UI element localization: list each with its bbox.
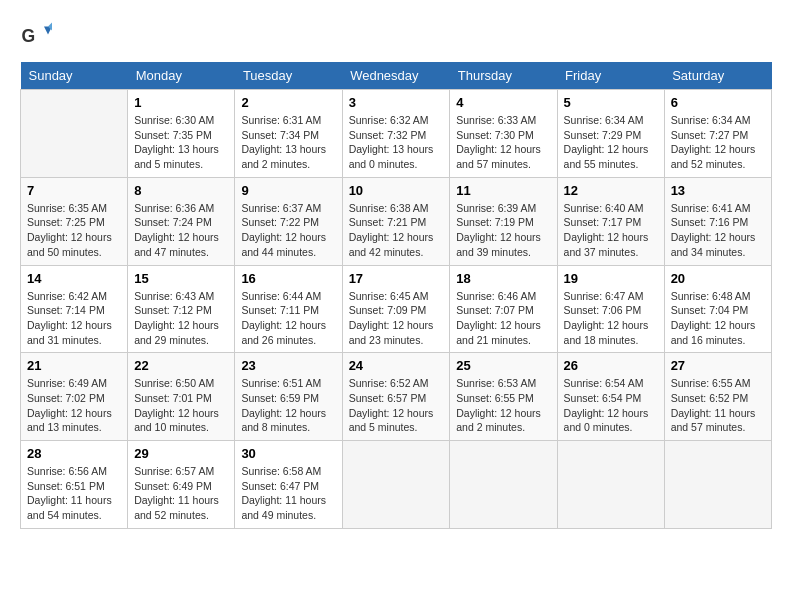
day-info: Sunrise: 6:50 AM Sunset: 7:01 PM Dayligh… bbox=[134, 376, 228, 435]
day-info: Sunrise: 6:58 AM Sunset: 6:47 PM Dayligh… bbox=[241, 464, 335, 523]
day-number: 24 bbox=[349, 358, 444, 373]
calendar-cell: 11Sunrise: 6:39 AM Sunset: 7:19 PM Dayli… bbox=[450, 177, 557, 265]
day-header-sunday: Sunday bbox=[21, 62, 128, 90]
calendar-week-5: 28Sunrise: 6:56 AM Sunset: 6:51 PM Dayli… bbox=[21, 441, 772, 529]
calendar-cell: 12Sunrise: 6:40 AM Sunset: 7:17 PM Dayli… bbox=[557, 177, 664, 265]
day-info: Sunrise: 6:57 AM Sunset: 6:49 PM Dayligh… bbox=[134, 464, 228, 523]
day-info: Sunrise: 6:36 AM Sunset: 7:24 PM Dayligh… bbox=[134, 201, 228, 260]
calendar-week-2: 7Sunrise: 6:35 AM Sunset: 7:25 PM Daylig… bbox=[21, 177, 772, 265]
calendar-cell: 30Sunrise: 6:58 AM Sunset: 6:47 PM Dayli… bbox=[235, 441, 342, 529]
day-number: 17 bbox=[349, 271, 444, 286]
calendar-cell: 15Sunrise: 6:43 AM Sunset: 7:12 PM Dayli… bbox=[128, 265, 235, 353]
day-number: 30 bbox=[241, 446, 335, 461]
calendar-cell: 4Sunrise: 6:33 AM Sunset: 7:30 PM Daylig… bbox=[450, 90, 557, 178]
day-number: 20 bbox=[671, 271, 765, 286]
calendar-cell: 25Sunrise: 6:53 AM Sunset: 6:55 PM Dayli… bbox=[450, 353, 557, 441]
day-header-thursday: Thursday bbox=[450, 62, 557, 90]
calendar-cell bbox=[557, 441, 664, 529]
day-number: 7 bbox=[27, 183, 121, 198]
day-info: Sunrise: 6:51 AM Sunset: 6:59 PM Dayligh… bbox=[241, 376, 335, 435]
calendar-cell: 24Sunrise: 6:52 AM Sunset: 6:57 PM Dayli… bbox=[342, 353, 450, 441]
day-header-saturday: Saturday bbox=[664, 62, 771, 90]
calendar-cell: 20Sunrise: 6:48 AM Sunset: 7:04 PM Dayli… bbox=[664, 265, 771, 353]
day-number: 14 bbox=[27, 271, 121, 286]
day-number: 10 bbox=[349, 183, 444, 198]
calendar-cell: 13Sunrise: 6:41 AM Sunset: 7:16 PM Dayli… bbox=[664, 177, 771, 265]
calendar-cell: 22Sunrise: 6:50 AM Sunset: 7:01 PM Dayli… bbox=[128, 353, 235, 441]
day-info: Sunrise: 6:37 AM Sunset: 7:22 PM Dayligh… bbox=[241, 201, 335, 260]
day-info: Sunrise: 6:52 AM Sunset: 6:57 PM Dayligh… bbox=[349, 376, 444, 435]
calendar-cell: 28Sunrise: 6:56 AM Sunset: 6:51 PM Dayli… bbox=[21, 441, 128, 529]
day-info: Sunrise: 6:45 AM Sunset: 7:09 PM Dayligh… bbox=[349, 289, 444, 348]
day-number: 29 bbox=[134, 446, 228, 461]
day-info: Sunrise: 6:41 AM Sunset: 7:16 PM Dayligh… bbox=[671, 201, 765, 260]
calendar-cell bbox=[450, 441, 557, 529]
day-info: Sunrise: 6:44 AM Sunset: 7:11 PM Dayligh… bbox=[241, 289, 335, 348]
day-number: 8 bbox=[134, 183, 228, 198]
day-info: Sunrise: 6:31 AM Sunset: 7:34 PM Dayligh… bbox=[241, 113, 335, 172]
calendar-cell: 29Sunrise: 6:57 AM Sunset: 6:49 PM Dayli… bbox=[128, 441, 235, 529]
calendar-week-1: 1Sunrise: 6:30 AM Sunset: 7:35 PM Daylig… bbox=[21, 90, 772, 178]
calendar-cell bbox=[21, 90, 128, 178]
day-number: 11 bbox=[456, 183, 550, 198]
day-info: Sunrise: 6:30 AM Sunset: 7:35 PM Dayligh… bbox=[134, 113, 228, 172]
calendar-cell: 8Sunrise: 6:36 AM Sunset: 7:24 PM Daylig… bbox=[128, 177, 235, 265]
calendar-cell: 17Sunrise: 6:45 AM Sunset: 7:09 PM Dayli… bbox=[342, 265, 450, 353]
day-header-tuesday: Tuesday bbox=[235, 62, 342, 90]
calendar: SundayMondayTuesdayWednesdayThursdayFrid… bbox=[20, 62, 772, 529]
day-info: Sunrise: 6:34 AM Sunset: 7:27 PM Dayligh… bbox=[671, 113, 765, 172]
day-number: 27 bbox=[671, 358, 765, 373]
calendar-cell: 21Sunrise: 6:49 AM Sunset: 7:02 PM Dayli… bbox=[21, 353, 128, 441]
day-info: Sunrise: 6:49 AM Sunset: 7:02 PM Dayligh… bbox=[27, 376, 121, 435]
calendar-cell: 14Sunrise: 6:42 AM Sunset: 7:14 PM Dayli… bbox=[21, 265, 128, 353]
day-number: 28 bbox=[27, 446, 121, 461]
page-header: G bbox=[20, 20, 772, 52]
calendar-cell: 7Sunrise: 6:35 AM Sunset: 7:25 PM Daylig… bbox=[21, 177, 128, 265]
calendar-cell bbox=[664, 441, 771, 529]
calendar-cell: 23Sunrise: 6:51 AM Sunset: 6:59 PM Dayli… bbox=[235, 353, 342, 441]
day-info: Sunrise: 6:33 AM Sunset: 7:30 PM Dayligh… bbox=[456, 113, 550, 172]
calendar-cell: 1Sunrise: 6:30 AM Sunset: 7:35 PM Daylig… bbox=[128, 90, 235, 178]
day-info: Sunrise: 6:47 AM Sunset: 7:06 PM Dayligh… bbox=[564, 289, 658, 348]
calendar-cell: 18Sunrise: 6:46 AM Sunset: 7:07 PM Dayli… bbox=[450, 265, 557, 353]
calendar-week-3: 14Sunrise: 6:42 AM Sunset: 7:14 PM Dayli… bbox=[21, 265, 772, 353]
day-info: Sunrise: 6:40 AM Sunset: 7:17 PM Dayligh… bbox=[564, 201, 658, 260]
calendar-week-4: 21Sunrise: 6:49 AM Sunset: 7:02 PM Dayli… bbox=[21, 353, 772, 441]
day-number: 13 bbox=[671, 183, 765, 198]
day-number: 26 bbox=[564, 358, 658, 373]
logo-icon: G bbox=[20, 20, 52, 52]
day-number: 6 bbox=[671, 95, 765, 110]
calendar-cell: 10Sunrise: 6:38 AM Sunset: 7:21 PM Dayli… bbox=[342, 177, 450, 265]
day-info: Sunrise: 6:54 AM Sunset: 6:54 PM Dayligh… bbox=[564, 376, 658, 435]
day-number: 18 bbox=[456, 271, 550, 286]
day-info: Sunrise: 6:53 AM Sunset: 6:55 PM Dayligh… bbox=[456, 376, 550, 435]
svg-text:G: G bbox=[22, 26, 36, 46]
day-number: 1 bbox=[134, 95, 228, 110]
day-header-friday: Friday bbox=[557, 62, 664, 90]
day-info: Sunrise: 6:48 AM Sunset: 7:04 PM Dayligh… bbox=[671, 289, 765, 348]
day-info: Sunrise: 6:43 AM Sunset: 7:12 PM Dayligh… bbox=[134, 289, 228, 348]
day-info: Sunrise: 6:56 AM Sunset: 6:51 PM Dayligh… bbox=[27, 464, 121, 523]
day-info: Sunrise: 6:46 AM Sunset: 7:07 PM Dayligh… bbox=[456, 289, 550, 348]
calendar-cell: 2Sunrise: 6:31 AM Sunset: 7:34 PM Daylig… bbox=[235, 90, 342, 178]
calendar-cell: 5Sunrise: 6:34 AM Sunset: 7:29 PM Daylig… bbox=[557, 90, 664, 178]
day-header-wednesday: Wednesday bbox=[342, 62, 450, 90]
calendar-cell: 16Sunrise: 6:44 AM Sunset: 7:11 PM Dayli… bbox=[235, 265, 342, 353]
calendar-cell bbox=[342, 441, 450, 529]
logo: G bbox=[20, 20, 56, 52]
day-number: 12 bbox=[564, 183, 658, 198]
day-number: 3 bbox=[349, 95, 444, 110]
day-number: 22 bbox=[134, 358, 228, 373]
day-info: Sunrise: 6:32 AM Sunset: 7:32 PM Dayligh… bbox=[349, 113, 444, 172]
day-info: Sunrise: 6:55 AM Sunset: 6:52 PM Dayligh… bbox=[671, 376, 765, 435]
calendar-cell: 9Sunrise: 6:37 AM Sunset: 7:22 PM Daylig… bbox=[235, 177, 342, 265]
calendar-cell: 26Sunrise: 6:54 AM Sunset: 6:54 PM Dayli… bbox=[557, 353, 664, 441]
day-number: 2 bbox=[241, 95, 335, 110]
day-number: 4 bbox=[456, 95, 550, 110]
day-number: 9 bbox=[241, 183, 335, 198]
day-number: 23 bbox=[241, 358, 335, 373]
calendar-cell: 27Sunrise: 6:55 AM Sunset: 6:52 PM Dayli… bbox=[664, 353, 771, 441]
day-info: Sunrise: 6:38 AM Sunset: 7:21 PM Dayligh… bbox=[349, 201, 444, 260]
day-number: 15 bbox=[134, 271, 228, 286]
day-number: 5 bbox=[564, 95, 658, 110]
